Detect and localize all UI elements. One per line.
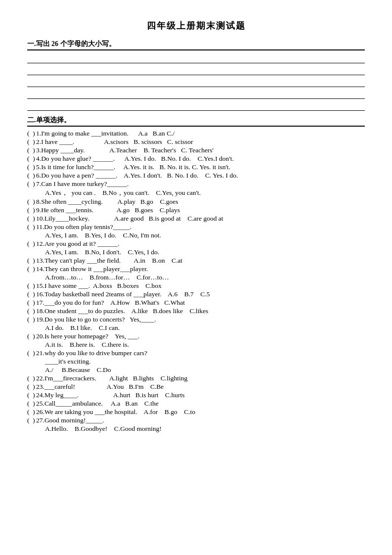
table-row: ( ) 12.Are you good at it? ______. <box>27 240 365 248</box>
sub-options-20: A.it is. B.here is. C.there is. <box>27 341 365 349</box>
page-title: 四年级上册期末测试题 <box>27 20 365 32</box>
sub-options-11: A.Yes, I am. B.Yes, I do. C.No, I'm not. <box>27 231 365 239</box>
table-row: ( ) 14.They can throw it ___player___pla… <box>27 265 365 273</box>
table-row: ( ) 10.Lily____hockey. A.are good B.is g… <box>27 215 365 223</box>
q-content: 14.They can throw it ___player___player. <box>36 265 365 273</box>
sub-options-19: A.I do. B.I like. C.I can. <box>27 324 365 332</box>
table-row: ( ) 18.One student ___to do puzzles. A.l… <box>27 307 365 315</box>
q-content: 3.Happy ____day. A.Teacher B. Teacher's … <box>36 146 365 154</box>
q-content: 26.We are taking you ___the hospital. A.… <box>36 408 365 416</box>
q-bracket: ( ) <box>27 290 36 298</box>
sub-options-27: A.Hello. B.Goodbye! C.Good morning! <box>27 425 365 433</box>
sub-options-21b: A./ B.Because C.Do <box>27 366 365 374</box>
table-row: ( ) 20.Is here your homepage? Yes, ___. <box>27 332 365 340</box>
q-bracket: ( ) <box>27 180 36 188</box>
q-bracket: ( ) <box>27 130 36 138</box>
q-content: 6.Do you have a pen? ______. A.Yes. I do… <box>36 172 365 180</box>
q-bracket: ( ) <box>27 223 36 231</box>
q-content: 17.___do you do for fun? A.How B.What's … <box>36 299 365 307</box>
q-content: 21.why do you like to drive bumper cars? <box>36 349 365 357</box>
q-bracket: ( ) <box>27 349 36 357</box>
q-content: 11.Do you often play tennis?_____. <box>36 223 365 231</box>
q-bracket: ( ) <box>27 307 36 315</box>
table-row: ( ) 8.She often ____cycling. A.play B.go… <box>27 198 365 206</box>
q-content: 18.One student ___to do puzzles. A.like … <box>36 307 365 315</box>
table-row: ( ) 4.Do you have glue? ______. A.Yes. I… <box>27 155 365 163</box>
q-content: 13.They can't play ___the field. A.in B.… <box>36 257 365 265</box>
table-row: ( ) 15.I have some ___. A.boxs B.boxes C… <box>27 282 365 290</box>
table-row: ( ) 21.why do you like to drive bumper c… <box>27 349 365 357</box>
q-content: 15.I have some ___. A.boxs B.boxes C.box <box>36 282 365 290</box>
table-row: ( ) 26.We are taking you ___the hospital… <box>27 408 365 416</box>
q-bracket: ( ) <box>27 332 36 340</box>
q-content: 24.My leg____. A.hurt B.is hurt C.hurts <box>36 391 365 399</box>
table-row: ( ) 7.Can I have more turkey?______. <box>27 180 365 188</box>
q-content: 12.Are you good at it? ______. <box>36 240 365 248</box>
q-content: 23.___careful! A.You B.I'm C.Be <box>36 383 365 391</box>
table-row: ( ) 19.Do you like to go to concerts? Ye… <box>27 316 365 324</box>
sub-options-14: A.from…to… B.from…for… C.for…to… <box>27 274 365 281</box>
table-row: ( ) 13.They can't play ___the field. A.i… <box>27 257 365 265</box>
q-bracket: ( ) <box>27 138 36 146</box>
sub-options-7: A.Yes， you can . B.No，you can't. C.Yes, … <box>27 188 365 197</box>
q-content: 2.I have ____. A.scisors B. scissors C. … <box>36 138 365 146</box>
questions-list: ( ) 1.I'm going to make ___invitation. A… <box>27 130 365 433</box>
table-row: ( ) 27.Good morning!_____. <box>27 416 365 424</box>
table-row: ( ) 16.Today basketball need 2teams of _… <box>27 290 365 298</box>
table-row: ( ) 24.My leg____. A.hurt B.is hurt C.hu… <box>27 391 365 399</box>
q-bracket: ( ) <box>27 416 36 424</box>
q-bracket: ( ) <box>27 282 36 290</box>
q-bracket: ( ) <box>27 146 36 154</box>
table-row: ( ) 25.Call_____ambulance. A.a B.an C.th… <box>27 400 365 408</box>
q-content: 4.Do you have glue? ______. A.Yes. I do.… <box>36 155 365 163</box>
q-content: 22.I'm___firecrackers. A.light B.lights … <box>36 374 365 382</box>
table-row: ( ) 11.Do you often play tennis?_____. <box>27 223 365 231</box>
table-row: ( ) 9.He often ___tennis. A.go B.goes C.… <box>27 206 365 214</box>
q-bracket: ( ) <box>27 299 36 307</box>
q-content: 10.Lily____hockey. A.are good B.is good … <box>36 215 365 223</box>
q-content: 5.Is it time for lunch?______. A.Yes. it… <box>36 163 365 171</box>
q-bracket: ( ) <box>27 155 36 163</box>
q-content: 20.Is here your homepage? Yes, ___. <box>36 332 365 340</box>
q-bracket: ( ) <box>27 198 36 206</box>
q-bracket: ( ) <box>27 374 36 382</box>
table-row: ( ) 6.Do you have a pen? ______. A.Yes. … <box>27 172 365 180</box>
q-content: 16.Today basketball need 2teams of ___pl… <box>36 290 365 298</box>
q-bracket: ( ) <box>27 163 36 171</box>
q-bracket: ( ) <box>27 316 36 324</box>
table-row: ( ) 1.I'm going to make ___invitation. A… <box>27 130 365 138</box>
table-row: ( ) 3.Happy ____day. A.Teacher B. Teache… <box>27 146 365 154</box>
q-bracket: ( ) <box>27 408 36 416</box>
q-bracket: ( ) <box>27 240 36 248</box>
q-content: 19.Do you like to go to concerts? Yes,__… <box>36 316 365 324</box>
q-bracket: ( ) <box>27 391 36 399</box>
q-content: 9.He often ___tennis. A.go B.goes C.play… <box>36 206 365 214</box>
q-bracket: ( ) <box>27 206 36 214</box>
q-bracket: ( ) <box>27 172 36 180</box>
q-content: 25.Call_____ambulance. A.a B.an C.the <box>36 400 365 408</box>
q-bracket: ( ) <box>27 257 36 265</box>
q-content: 27.Good morning!_____. <box>36 416 365 424</box>
section2-header: 二.单项选择。 <box>27 116 365 127</box>
table-row: ( ) 22.I'm___firecrackers. A.light B.lig… <box>27 374 365 382</box>
q-content: 8.She often ____cycling. A.play B.go C.g… <box>36 198 365 206</box>
q-bracket: ( ) <box>27 400 36 408</box>
table-row: ( ) 2.I have ____. A.scisors B. scissors… <box>27 138 365 146</box>
sub-options-21a: ____it's exciting. <box>27 358 365 366</box>
writing-lines <box>27 52 365 111</box>
section1-header: 一.写出 26 个字母的大小写。 <box>27 40 365 50</box>
table-row: ( ) 5.Is it time for lunch?______. A.Yes… <box>27 163 365 171</box>
table-row: ( ) 17.___do you do for fun? A.How B.Wha… <box>27 299 365 307</box>
q-bracket: ( ) <box>27 383 36 391</box>
sub-options-12: A.Yes, I am. B.No, I don't. C.Yes, I do. <box>27 248 365 256</box>
q-bracket: ( ) <box>27 265 36 273</box>
q-content: 1.I'm going to make ___invitation. A.a B… <box>36 130 365 138</box>
q-bracket: ( ) <box>27 215 36 223</box>
q-content: 7.Can I have more turkey?______. <box>36 180 365 188</box>
table-row: ( ) 23.___careful! A.You B.I'm C.Be <box>27 383 365 391</box>
